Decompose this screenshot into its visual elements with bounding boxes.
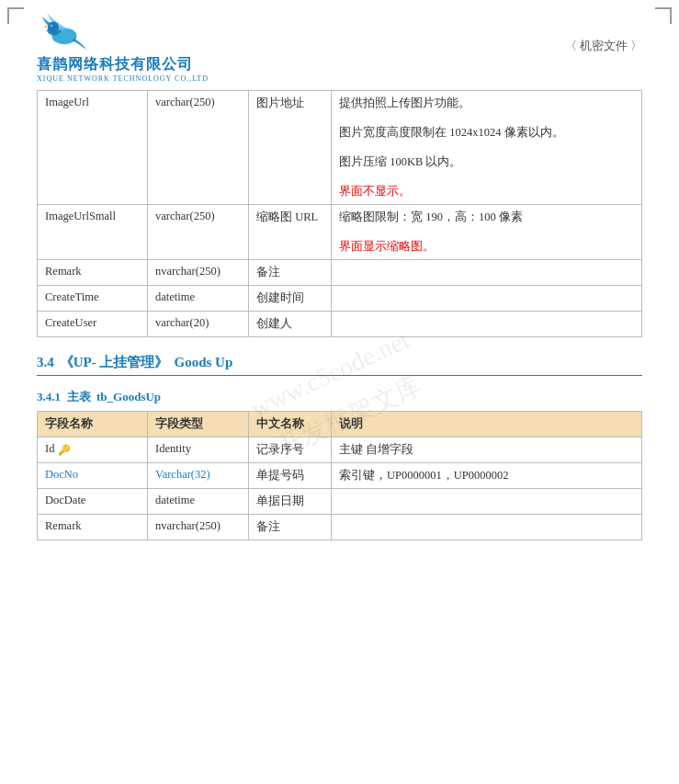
field-name: CreateTime [38, 286, 148, 312]
section-title-en: Goods Up [175, 355, 233, 370]
subsection-number: 3.4.1 [37, 390, 61, 403]
field-name: CreateUser [38, 312, 148, 337]
field-desc [332, 286, 642, 312]
logo-cn-text: 喜鹊网络科技有限公司 [37, 55, 193, 74]
corner-tl-decoration [7, 7, 24, 24]
table-row: DocDate datetime 单据日期 [38, 489, 642, 515]
field-type: Identity [148, 437, 249, 463]
field-type: nvarchar(250) [148, 515, 249, 540]
field-name: DocNo [38, 463, 148, 489]
field-desc: 缩略图限制：宽 190，高：100 像素 界面显示缩略图。 [332, 205, 642, 260]
field-name: ImageUrlSmall [38, 205, 148, 260]
field-desc: 主键 自增字段 [332, 437, 642, 463]
field-type: varchar(250) [148, 91, 249, 205]
field-cn: 单提号码 [249, 463, 332, 489]
field-cn: 备注 [249, 260, 332, 286]
upper-table: ImageUrl varchar(250) 图片地址 提供拍照上传图片功能。 图… [37, 90, 642, 337]
section-34-heading: 3.4 《UP- 上挂管理》 Goods Up [37, 354, 642, 371]
lower-table: 字段名称 字段类型 中文名称 说明 Id 🔑 Identity 记录序号 主键 … [37, 411, 642, 540]
table-row: DocNo Varchar(32) 单提号码 索引键，UP0000001，UP0… [38, 463, 642, 489]
section-divider [37, 375, 642, 376]
field-cn: 图片地址 [249, 91, 332, 205]
subsection-341-heading: 3.4.1 主表 tb_GoodsUp [37, 389, 642, 405]
col-header-cn: 中文名称 [249, 412, 332, 437]
field-type: datetime [148, 489, 249, 515]
table-row: Remark nvarchar(250) 备注 [38, 260, 642, 286]
field-desc [332, 312, 642, 337]
field-name: Remark [38, 515, 148, 540]
field-desc [332, 489, 642, 515]
svg-point-2 [48, 21, 59, 32]
field-name: DocDate [38, 489, 148, 515]
logo-area: 喜鹊网络科技有限公司 XIQUE NETWORK TECHNOLOGY CO.,… [37, 9, 209, 83]
field-cn: 创建人 [249, 312, 332, 337]
field-type: varchar(20) [148, 312, 249, 337]
field-desc: 提供拍照上传图片功能。 图片宽度高度限制在 1024x1024 像素以内。 图片… [332, 91, 642, 205]
subsection-table-name: tb_GoodsUp [96, 390, 161, 403]
table-header-row: 字段名称 字段类型 中文名称 说明 [38, 412, 642, 437]
page-header: 喜鹊网络科技有限公司 XIQUE NETWORK TECHNOLOGY CO.,… [0, 0, 679, 90]
page: 喜鹊网络科技有限公司 XIQUE NETWORK TECHNOLOGY CO.,… [0, 0, 679, 784]
field-desc [332, 515, 642, 540]
col-header-type: 字段类型 [148, 412, 249, 437]
logo-icon [37, 9, 92, 55]
corner-tr-decoration [655, 7, 672, 24]
field-name: Id 🔑 [38, 437, 148, 463]
logo-en-text: XIQUE NETWORK TECHNOLOGY CO.,LTD [37, 74, 209, 83]
field-name: Remark [38, 260, 148, 286]
table-row: CreateUser varchar(20) 创建人 [38, 312, 642, 337]
field-name: ImageUrl [38, 91, 148, 205]
field-cn: 缩略图 URL [249, 205, 332, 260]
table-row: ImageUrlSmall varchar(250) 缩略图 URL 缩略图限制… [38, 205, 642, 260]
svg-point-4 [51, 25, 51, 26]
table-row: ImageUrl varchar(250) 图片地址 提供拍照上传图片功能。 图… [38, 91, 642, 205]
field-desc [332, 260, 642, 286]
field-type: varchar(250) [148, 205, 249, 260]
table-row: Id 🔑 Identity 记录序号 主键 自增字段 [38, 437, 642, 463]
main-content: ImageUrl varchar(250) 图片地址 提供拍照上传图片功能。 图… [0, 90, 679, 540]
field-type: Varchar(32) [148, 463, 249, 489]
field-cn: 创建时间 [249, 286, 332, 312]
subsection-label: 主表 [67, 390, 91, 403]
field-type: nvarchar(250) [148, 260, 249, 286]
col-header-desc: 说明 [332, 412, 642, 437]
section-number: 3.4 [37, 355, 54, 370]
section-title-cn: 《UP- 上挂管理》 [60, 354, 169, 371]
table-row: CreateTime datetime 创建时间 [38, 286, 642, 312]
field-desc: 索引键，UP0000001，UP0000002 [332, 463, 642, 489]
field-cn: 单据日期 [249, 489, 332, 515]
field-type: datetime [148, 286, 249, 312]
key-icon: 🔑 [58, 444, 71, 456]
col-header-field: 字段名称 [38, 412, 148, 437]
field-cn: 记录序号 [249, 437, 332, 463]
secret-label: 〈 机密文件 〉 [565, 38, 643, 54]
table-row: Remark nvarchar(250) 备注 [38, 515, 642, 540]
field-cn: 备注 [249, 515, 332, 540]
